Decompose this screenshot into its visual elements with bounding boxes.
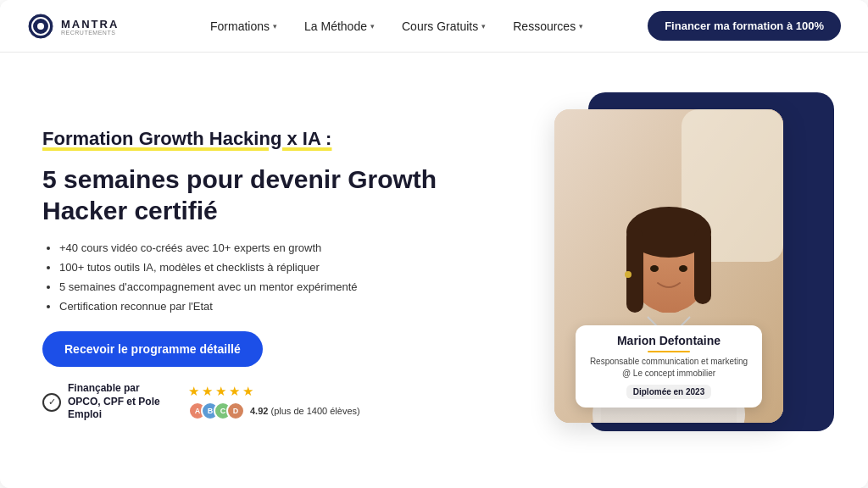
badge-role: Responsable communication et marketing @… [587, 356, 750, 380]
bullet-item: Certification reconnue par l'Etat [59, 299, 537, 314]
avatar-stack: A B C D [188, 402, 245, 420]
badge-diploma: Diplomée en 2023 [626, 385, 711, 399]
badge-name: Marion Defontaine [587, 334, 750, 347]
nav-item-formations[interactable]: Formations ▾ [210, 19, 277, 33]
svg-rect-10 [626, 228, 643, 313]
right-col: Marion Defontaine Responsable communicat… [554, 92, 834, 448]
chevron-down-icon: ▾ [273, 22, 277, 30]
main-content: Formation Growth Hacking x IA : 5 semain… [0, 53, 868, 488]
stars: ★ ★ ★ ★ ★ [188, 384, 360, 399]
financer-button[interactable]: Financer ma formation à 100% [648, 11, 841, 41]
hero-title-highlight: Formation Growth Hacking x IA : [42, 127, 537, 152]
badge-divider [648, 351, 690, 352]
rating-area: ★ ★ ★ ★ ★ A B C D 4.9 [188, 384, 360, 420]
logo-sub: RECRUTEMENTS [61, 30, 119, 36]
nav-item-methode[interactable]: La Méthode ▾ [304, 19, 375, 33]
star-icon: ★ [202, 384, 213, 399]
nav-item-cours[interactable]: Cours Gratuits ▾ [402, 19, 486, 33]
star-icon: ★ [229, 384, 240, 399]
avatar: D [226, 402, 245, 420]
financement-text: Finançable par OPCO, CPF et Pole Emploi [68, 382, 161, 422]
check-circle-icon: ✓ [42, 393, 61, 412]
rating-bottom: A B C D 4.92 (plus de 1400 élèves) [188, 402, 360, 420]
bullet-list: +40 cours vidéo co-créés avec 10+ expert… [42, 241, 537, 315]
svg-rect-11 [694, 228, 711, 304]
svg-point-14 [625, 271, 632, 278]
svg-point-12 [650, 265, 659, 272]
nav-link-methode[interactable]: La Méthode ▾ [304, 19, 375, 33]
svg-point-13 [679, 265, 687, 272]
nav-link-ressources[interactable]: Ressources ▾ [513, 19, 583, 33]
page-wrapper: MANTRA RECRUTEMENTS Formations ▾ La Méth… [0, 0, 868, 488]
bullet-item: 5 semaines d'accompagnement avec un ment… [59, 280, 537, 295]
logo-area: MANTRA RECRUTEMENTS [27, 13, 146, 40]
programme-cta-button[interactable]: Recevoir le programme détaillé [42, 331, 263, 367]
left-col: Formation Growth Hacking x IA : 5 semain… [42, 119, 537, 422]
star-icon: ★ [242, 384, 253, 399]
nav-link-formations[interactable]: Formations ▾ [210, 19, 277, 33]
bullet-item: 100+ tutos outils IA, modèles et checkli… [59, 260, 537, 275]
nav-link-cours[interactable]: Cours Gratuits ▾ [402, 19, 486, 33]
star-icon: ★ [188, 384, 199, 399]
chevron-down-icon: ▾ [579, 22, 583, 30]
logo-name: MANTRA [61, 18, 119, 30]
bottom-row: ✓ Finançable par OPCO, CPF et Pole Emplo… [42, 382, 537, 422]
chevron-down-icon: ▾ [370, 22, 375, 30]
svg-point-2 [37, 23, 44, 30]
photo-card: Marion Defontaine Responsable communicat… [554, 109, 783, 423]
chevron-down-icon: ▾ [481, 22, 486, 30]
bullet-item: +40 cours vidéo co-créés avec 10+ expert… [59, 241, 537, 256]
financement-badge: ✓ Finançable par OPCO, CPF et Pole Emplo… [42, 382, 161, 422]
nav-links: Formations ▾ La Méthode ▾ Cours Gratuits… [146, 19, 648, 33]
logo-icon [27, 13, 54, 40]
logo-text-block: MANTRA RECRUTEMENTS [61, 16, 119, 36]
testimonial-badge: Marion Defontaine Responsable communicat… [576, 325, 762, 408]
navbar: MANTRA RECRUTEMENTS Formations ▾ La Méth… [0, 0, 868, 53]
hero-title-main: 5 semaines pour devenir Growth Hacker ce… [42, 164, 537, 227]
star-icon: ★ [215, 384, 226, 399]
rating-text: 4.92 (plus de 1400 élèves) [250, 406, 360, 416]
nav-item-ressources[interactable]: Ressources ▾ [513, 19, 583, 33]
